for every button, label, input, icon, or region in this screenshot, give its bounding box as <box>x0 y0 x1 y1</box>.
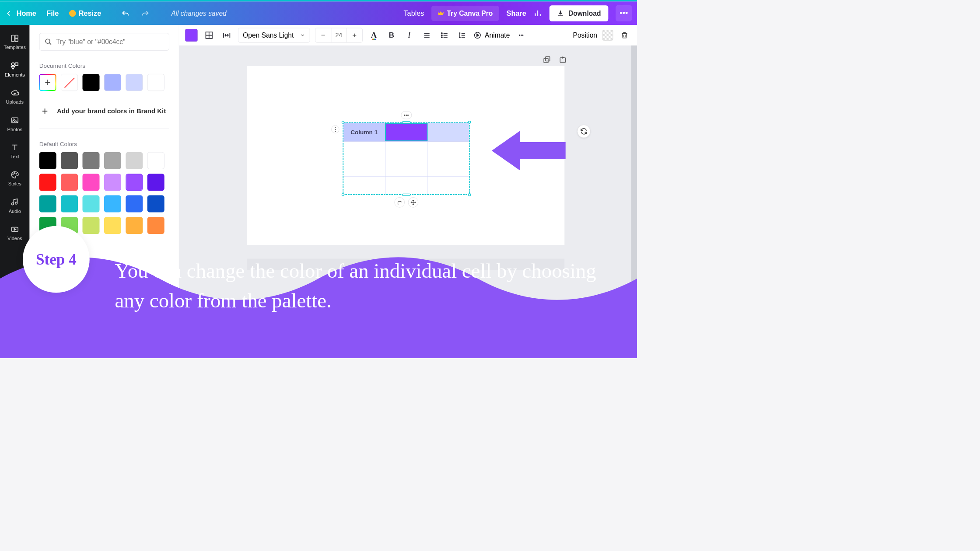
default-color-swatch[interactable] <box>147 217 164 234</box>
border-style-button[interactable] <box>203 29 215 42</box>
default-color-swatch[interactable] <box>83 152 100 169</box>
expand-page-button[interactable] <box>559 56 567 63</box>
table-cell[interactable] <box>427 177 469 194</box>
align-button[interactable] <box>420 29 433 42</box>
default-color-swatch[interactable] <box>39 174 56 191</box>
resize-handle[interactable] <box>468 193 471 196</box>
text-color-button[interactable]: A <box>368 29 380 42</box>
home-button[interactable]: Home <box>5 9 36 17</box>
file-menu[interactable]: File <box>46 9 59 17</box>
transparency-button[interactable] <box>602 30 613 41</box>
list-button[interactable] <box>438 29 451 42</box>
spacing-button[interactable] <box>220 29 233 42</box>
rail-elements[interactable]: Elements <box>0 56 30 83</box>
table-header-cell[interactable] <box>428 123 469 141</box>
resize-handle[interactable] <box>468 121 471 124</box>
rail-uploads[interactable]: Uploads <box>0 83 30 110</box>
doc-color-swatch[interactable] <box>126 74 143 91</box>
insights-button[interactable] <box>534 9 542 17</box>
resize-button[interactable]: Resize <box>69 9 102 17</box>
resize-handle[interactable] <box>402 121 411 123</box>
color-search-input[interactable] <box>56 38 164 45</box>
default-color-swatch[interactable] <box>104 195 121 213</box>
bold-button[interactable]: B <box>385 29 398 42</box>
table-row-menu-button[interactable]: ⋮ <box>331 126 339 133</box>
table-more-button[interactable]: ••• <box>401 111 412 119</box>
rail-styles[interactable]: Styles <box>0 165 30 192</box>
more-tools-button[interactable]: ••• <box>515 29 528 42</box>
rail-styles-label: Styles <box>8 181 21 187</box>
default-color-swatch[interactable] <box>61 174 78 191</box>
default-color-swatch[interactable] <box>126 217 143 234</box>
default-color-swatch[interactable] <box>147 195 164 213</box>
table-element[interactable]: ••• ⋮ Column 1 <box>343 122 470 195</box>
italic-button[interactable]: I <box>403 29 416 42</box>
resize-handle[interactable] <box>342 193 345 196</box>
table-header-cell[interactable]: Column 1 <box>343 123 385 141</box>
default-color-swatch[interactable] <box>126 195 143 213</box>
default-color-swatch[interactable] <box>83 195 100 213</box>
font-size-decrease[interactable]: − <box>315 28 331 42</box>
fill-color-button[interactable] <box>185 29 198 42</box>
try-pro-button[interactable]: Try Canva Pro <box>431 6 499 21</box>
rail-templates[interactable]: Templates <box>0 28 30 56</box>
redo-button[interactable] <box>141 10 150 17</box>
font-size-value[interactable]: 24 <box>331 28 346 42</box>
default-color-swatch[interactable] <box>104 152 121 169</box>
font-size-increase[interactable]: + <box>346 28 362 42</box>
table-cell[interactable] <box>343 142 385 159</box>
brand-kit-button[interactable]: + Add your brand colors in Brand Kit <box>39 102 169 120</box>
undo-button[interactable] <box>121 10 130 17</box>
default-color-swatch[interactable] <box>126 174 143 191</box>
position-button[interactable]: Position <box>573 31 597 39</box>
no-color-swatch[interactable] <box>61 74 78 91</box>
doc-color-swatch[interactable] <box>147 74 164 91</box>
doc-color-swatch[interactable] <box>83 74 100 91</box>
rail-videos-label: Videos <box>7 236 22 242</box>
default-color-swatch[interactable] <box>104 217 121 234</box>
table-cell[interactable] <box>427 142 469 159</box>
move-button[interactable] <box>408 197 418 207</box>
table-cell[interactable] <box>343 177 385 194</box>
default-color-swatch[interactable] <box>83 217 100 234</box>
resize-handle[interactable] <box>342 121 345 124</box>
table-grid[interactable]: Column 1 <box>343 122 470 195</box>
share-button[interactable]: Share <box>507 9 526 17</box>
chart-icon <box>534 9 542 17</box>
default-color-swatch[interactable] <box>61 152 78 169</box>
rail-text[interactable]: Text <box>0 138 30 165</box>
add-color-swatch[interactable]: + <box>39 74 56 91</box>
svg-point-8 <box>14 173 15 174</box>
table-cell[interactable] <box>385 177 427 194</box>
rail-audio[interactable]: Audio <box>0 192 30 219</box>
animate-button[interactable]: Animate <box>473 31 510 39</box>
regenerate-button[interactable] <box>578 125 591 138</box>
table-cell[interactable] <box>343 159 385 177</box>
rotate-button[interactable] <box>394 197 404 207</box>
default-color-swatch[interactable] <box>39 195 56 213</box>
doc-colors-swatches: + <box>39 74 169 91</box>
more-menu-button[interactable]: ••• <box>616 5 632 21</box>
download-button[interactable]: Download <box>550 5 608 21</box>
doc-color-swatch[interactable] <box>104 74 121 91</box>
table-header-cell-selected[interactable] <box>385 123 428 141</box>
table-cell[interactable] <box>385 159 427 177</box>
rail-videos[interactable]: Videos <box>0 220 30 247</box>
font-selector[interactable]: Open Sans Light <box>238 28 310 43</box>
doc-title[interactable]: Tables <box>403 9 424 17</box>
default-color-swatch[interactable] <box>61 195 78 213</box>
default-color-swatch[interactable] <box>83 174 100 191</box>
resize-handle[interactable] <box>402 194 411 196</box>
table-cell[interactable] <box>385 142 427 159</box>
default-color-swatch[interactable] <box>147 152 164 169</box>
delete-button[interactable] <box>618 29 631 42</box>
table-cell[interactable] <box>427 159 469 177</box>
rail-photos[interactable]: Photos <box>0 110 30 137</box>
default-color-swatch[interactable] <box>39 152 56 169</box>
duplicate-page-button[interactable] <box>543 56 551 63</box>
line-spacing-button[interactable] <box>456 29 469 42</box>
default-color-swatch[interactable] <box>147 174 164 191</box>
color-search[interactable] <box>39 33 169 50</box>
default-color-swatch[interactable] <box>126 152 143 169</box>
default-color-swatch[interactable] <box>104 174 121 191</box>
